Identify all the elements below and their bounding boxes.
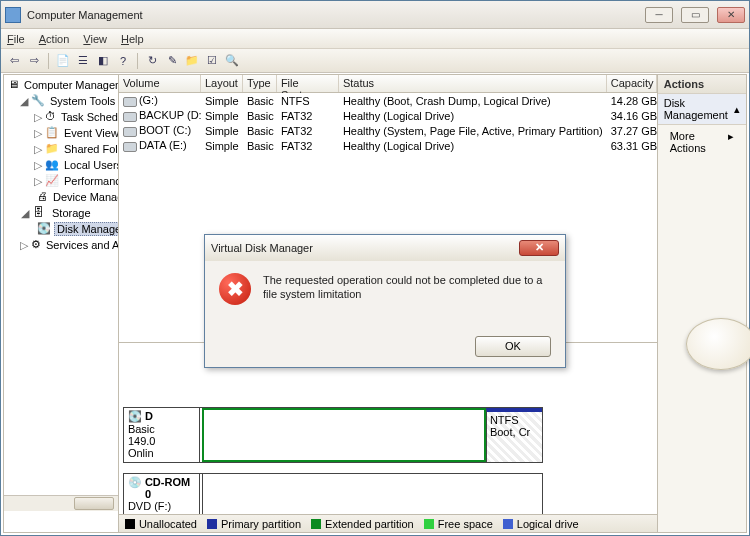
cdrom-icon: 💿 bbox=[128, 476, 142, 500]
volume-row[interactable]: BOOT (C:)SimpleBasicFAT32Healthy (System… bbox=[119, 123, 657, 138]
tree-root[interactable]: 🖥Computer Management (Local bbox=[6, 77, 116, 93]
error-icon: ✖ bbox=[219, 273, 251, 305]
expand-icon[interactable]: ▷ bbox=[34, 175, 42, 188]
actions-disk-management[interactable]: Disk Management▴ bbox=[658, 94, 746, 125]
titlebar[interactable]: Computer Management ─ ▭ ✕ bbox=[1, 1, 749, 29]
minimize-button[interactable]: ─ bbox=[645, 7, 673, 23]
col-layout[interactable]: Layout bbox=[201, 75, 243, 92]
dialog-message: The requested operation could not be com… bbox=[263, 273, 551, 305]
disk-icon: 💽 bbox=[128, 410, 142, 423]
disk-graphical-view[interactable]: 💽D Basic 149.0 Onlin NTFS Boot, Cr bbox=[119, 342, 657, 532]
expand-icon[interactable]: ▷ bbox=[34, 111, 42, 124]
maximize-button[interactable]: ▭ bbox=[681, 7, 709, 23]
drive-icon bbox=[123, 142, 137, 152]
drive-icon bbox=[123, 97, 137, 107]
event-icon: 📋 bbox=[45, 126, 59, 140]
tool-icon-3[interactable]: ☑ bbox=[203, 52, 221, 70]
toolbar: ⇦ ⇨ 📄 ☰ ◧ ? ↻ ✎ 📁 ☑ 🔍 bbox=[1, 49, 749, 73]
dialog-title: Virtual Disk Manager bbox=[211, 242, 519, 254]
volume-row[interactable]: BACKUP (D:)SimpleBasicFAT32Healthy (Logi… bbox=[119, 108, 657, 123]
show-hide-tree-button[interactable]: ☰ bbox=[74, 52, 92, 70]
app-icon bbox=[5, 7, 21, 23]
up-button[interactable]: 📄 bbox=[54, 52, 72, 70]
collapse-icon[interactable]: ◢ bbox=[20, 207, 30, 220]
computer-icon: 🖥 bbox=[8, 78, 19, 92]
disk-0-info: 💽D Basic 149.0 Onlin bbox=[124, 408, 200, 462]
volume-list-header: Volume Layout Type File System Status Ca… bbox=[119, 75, 657, 93]
device-icon: 🖨 bbox=[37, 190, 48, 204]
perf-icon: 📈 bbox=[45, 174, 59, 188]
volume-list[interactable]: (G:)SimpleBasicNTFSHealthy (Boot, Crash … bbox=[119, 93, 657, 153]
drive-icon bbox=[123, 127, 137, 137]
window-title: Computer Management bbox=[27, 9, 645, 21]
expand-icon[interactable]: ▷ bbox=[34, 159, 42, 172]
tree-scrollbar[interactable] bbox=[4, 495, 118, 511]
drive-icon bbox=[123, 112, 137, 122]
error-dialog: Virtual Disk Manager ✕ ✖ The requested o… bbox=[204, 234, 566, 368]
disk-icon: 💽 bbox=[37, 222, 51, 236]
clock-icon: ⏱ bbox=[45, 110, 56, 124]
dialog-close-button[interactable]: ✕ bbox=[519, 240, 559, 256]
tool-icon-2[interactable]: 📁 bbox=[183, 52, 201, 70]
swatch-unallocated bbox=[125, 519, 135, 529]
tool-icon[interactable]: ✎ bbox=[163, 52, 181, 70]
tool-icon-4[interactable]: 🔍 bbox=[223, 52, 241, 70]
back-button[interactable]: ⇦ bbox=[5, 52, 23, 70]
folder-icon: 📁 bbox=[45, 142, 59, 156]
menubar: File Action View Help bbox=[1, 29, 749, 49]
partition-extended[interactable] bbox=[202, 408, 486, 462]
collapse-icon[interactable]: ◢ bbox=[20, 95, 28, 108]
menu-view[interactable]: View bbox=[83, 33, 107, 45]
menu-file[interactable]: File bbox=[7, 33, 25, 45]
properties-button[interactable]: ◧ bbox=[94, 52, 112, 70]
swatch-free bbox=[424, 519, 434, 529]
actions-more[interactable]: More Actions▸ bbox=[658, 125, 746, 159]
tree-storage[interactable]: ◢🗄Storage bbox=[6, 205, 116, 221]
legend: Unallocated Primary partition Extended p… bbox=[119, 514, 657, 532]
storage-icon: 🗄 bbox=[33, 206, 47, 220]
tree-local-users[interactable]: ▷👥Local Users and Groups bbox=[6, 157, 116, 173]
expand-icon[interactable]: ▷ bbox=[34, 127, 42, 140]
tree-event-viewer[interactable]: ▷📋Event Viewer bbox=[6, 125, 116, 141]
tree-task-scheduler[interactable]: ▷⏱Task Scheduler bbox=[6, 109, 116, 125]
users-icon: 👥 bbox=[45, 158, 59, 172]
swatch-primary bbox=[207, 519, 217, 529]
swatch-logical bbox=[503, 519, 513, 529]
close-button[interactable]: ✕ bbox=[717, 7, 745, 23]
col-capacity[interactable]: Capacity bbox=[607, 75, 657, 92]
actions-header: Actions bbox=[658, 75, 746, 94]
tree-device-manager[interactable]: 🖨Device Manager bbox=[6, 189, 116, 205]
menu-action[interactable]: Action bbox=[39, 33, 70, 45]
tools-icon: 🔧 bbox=[31, 94, 45, 108]
expand-icon[interactable]: ▷ bbox=[34, 143, 42, 156]
col-volume[interactable]: Volume bbox=[119, 75, 201, 92]
services-icon: ⚙ bbox=[31, 238, 41, 252]
disk-0-block[interactable]: 💽D Basic 149.0 Onlin NTFS Boot, Cr bbox=[123, 407, 543, 463]
tree-shared-folders[interactable]: ▷📁Shared Folders bbox=[6, 141, 116, 157]
tree-disk-management[interactable]: 💽Disk Management bbox=[6, 221, 116, 237]
col-file-system[interactable]: File System bbox=[277, 75, 339, 92]
volume-row[interactable]: DATA (E:)SimpleBasicFAT32Healthy (Logica… bbox=[119, 138, 657, 153]
desktop-gadget[interactable] bbox=[686, 318, 750, 370]
volume-row[interactable]: (G:)SimpleBasicNTFSHealthy (Boot, Crash … bbox=[119, 93, 657, 108]
scrollbar-thumb[interactable] bbox=[74, 497, 114, 510]
actions-pane: Actions Disk Management▴ More Actions▸ bbox=[657, 74, 747, 533]
chevron-right-icon: ▸ bbox=[728, 130, 734, 154]
triangle-up-icon: ▴ bbox=[734, 103, 740, 116]
dialog-titlebar[interactable]: Virtual Disk Manager ✕ bbox=[205, 235, 565, 261]
expand-icon[interactable]: ▷ bbox=[20, 239, 28, 252]
forward-button[interactable]: ⇨ bbox=[25, 52, 43, 70]
swatch-extended bbox=[311, 519, 321, 529]
tree-pane[interactable]: 🖥Computer Management (Local ◢🔧System Too… bbox=[3, 74, 119, 533]
help-button[interactable]: ? bbox=[114, 52, 132, 70]
col-status[interactable]: Status bbox=[339, 75, 607, 92]
ok-button[interactable]: OK bbox=[475, 336, 551, 357]
partition-ntfs[interactable]: NTFS Boot, Cr bbox=[486, 408, 542, 462]
tree-services-apps[interactable]: ▷⚙Services and Applications bbox=[6, 237, 116, 253]
refresh-button[interactable]: ↻ bbox=[143, 52, 161, 70]
tree-performance[interactable]: ▷📈Performance bbox=[6, 173, 116, 189]
tree-system-tools[interactable]: ◢🔧System Tools bbox=[6, 93, 116, 109]
col-type[interactable]: Type bbox=[243, 75, 277, 92]
menu-help[interactable]: Help bbox=[121, 33, 144, 45]
